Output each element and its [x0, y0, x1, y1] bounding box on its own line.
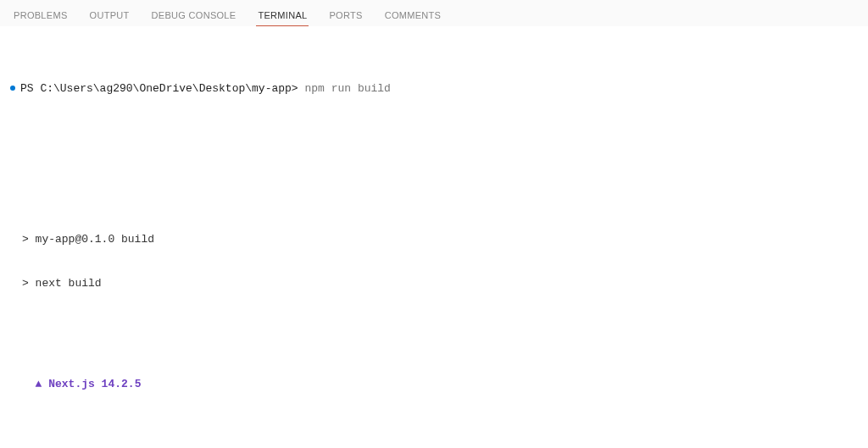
- tab-debug-console[interactable]: DEBUG CONSOLE: [150, 7, 238, 26]
- prompt-line-1: PS C:\Users\ag290\OneDrive\Desktop\my-ap…: [10, 81, 858, 97]
- build-output: > my-app@0.1.0 build > next build ▲ Next…: [22, 202, 858, 448]
- tab-terminal[interactable]: TERMINAL: [256, 7, 309, 26]
- nextjs-version: ▲ Next.js 14.2.5: [36, 378, 142, 390]
- dirty-indicator-icon: [10, 86, 15, 91]
- tab-ports[interactable]: PORTS: [327, 7, 364, 26]
- panel-tabs: PROBLEMS OUTPUT DEBUG CONSOLE TERMINAL P…: [0, 0, 868, 26]
- tab-comments[interactable]: COMMENTS: [383, 7, 443, 26]
- shell-prompt: PS C:\Users\ag290\OneDrive\Desktop\my-ap…: [20, 81, 304, 97]
- typed-command: npm run build: [304, 81, 390, 97]
- tab-output[interactable]: OUTPUT: [88, 7, 131, 26]
- npm-script-name: > my-app@0.1.0 build: [22, 232, 858, 247]
- npm-script-cmd: > next build: [22, 276, 858, 291]
- tab-problems[interactable]: PROBLEMS: [12, 7, 70, 26]
- terminal-output[interactable]: PS C:\Users\ag290\OneDrive\Desktop\my-ap…: [0, 26, 868, 448]
